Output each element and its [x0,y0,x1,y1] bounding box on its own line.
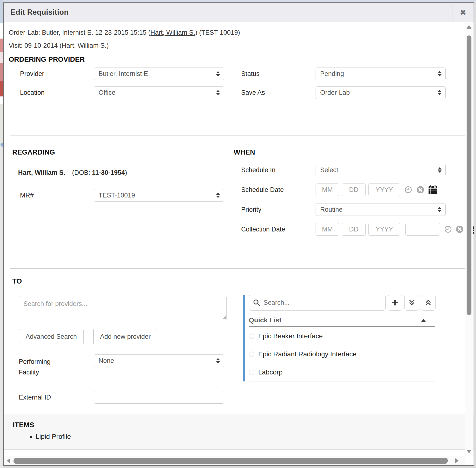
select-arrows-icon [216,71,220,76]
page-background-left [0,0,3,468]
mr-row: MR# TEST-10019 [9,189,234,202]
regarding-heading: REGARDING [12,148,234,157]
section-divider [10,135,466,136]
chevron-double-down-icon [408,299,415,306]
save-as-select[interactable]: Order-Lab [316,86,446,99]
provider-label: Provider [9,70,94,78]
quick-search-input[interactable] [263,299,382,307]
dialog-title: Edit Requisition [4,3,69,22]
schedule-date-clear-icon[interactable] [417,186,424,193]
patient-link[interactable]: Hart, William S. [150,29,195,36]
provider-search-textarea[interactable] [19,296,227,320]
quick-list-item-labcorp[interactable]: Labcorp [249,363,435,381]
to-heading: TO [12,277,234,285]
when-column: WHEN Schedule In Select Schedule Date [234,148,474,243]
select-arrows-icon [438,71,442,76]
expand-all-button[interactable] [421,295,435,310]
schedule-in-label: Schedule In [234,166,316,174]
section-divider [10,268,466,269]
patient-info-line: Hart, William S.(DOB: 11-30-1954) [18,169,234,176]
select-arrows-icon [216,358,220,363]
select-arrows-icon [216,90,220,95]
collapse-triangle-icon [421,319,426,322]
advanced-search-button[interactable]: Advanced Search [19,329,84,344]
dialog-header: Edit Requisition ✖ [4,3,474,22]
collection-date-label: Collection Date [234,226,316,233]
provider-select[interactable]: Butler, Internist E. [94,68,224,80]
vertical-scrollbar-thumb[interactable] [467,35,471,315]
location-select[interactable]: Office [94,86,224,99]
to-column: TO Advanced Search Add new provider Perf… [9,277,234,404]
quick-list-item-epic-beaker[interactable]: Epic Beaker Interface [249,327,435,345]
external-id-input[interactable] [94,391,224,404]
mr-select[interactable]: TEST-10019 [94,189,224,202]
dialog-body: Order-Lab: Butler, Internist E. 12-23-20… [4,22,474,465]
collection-date-day-input[interactable] [342,223,366,235]
scroll-right-arrow-icon[interactable] [455,458,459,463]
quick-list-column: Quick List Epic Beaker Interface Epic Ra… [234,277,474,381]
ordering-provider-form: Provider Butler, Internist E. Status Pen… [9,68,474,99]
to-section: TO Advanced Search Add new provider Perf… [9,277,474,404]
radio-unchecked-icon[interactable] [249,351,254,357]
list-item: Lipid Profile [36,433,474,441]
priority-select[interactable]: Routine [316,203,446,216]
schedule-date-calendar-icon[interactable] [428,185,437,195]
schedule-in-row: Schedule In Select [234,164,474,176]
resize-grip-icon[interactable] [222,316,226,319]
close-icon: ✖ [460,8,466,17]
visit-line: Visit: 09-10-2014 (Hart, William S.) [9,42,474,50]
close-button[interactable]: ✖ [452,3,474,22]
quick-list-item-epic-radiant[interactable]: Epic Radiant Radiology Interface [249,345,435,363]
external-id-row: External ID [9,391,234,404]
location-label: Location [9,89,94,96]
collection-date-row: Collection Date [234,223,474,235]
collection-date-year-input[interactable] [368,223,400,235]
collapse-all-button[interactable] [405,295,419,310]
regarding-when-section: REGARDING Hart, William S.(DOB: 11-30-19… [9,148,474,243]
collection-time-input[interactable] [406,223,440,235]
collection-date-clear-icon[interactable] [456,226,463,233]
horizontal-scrollbar[interactable] [4,456,465,465]
quick-list-title: Quick List [249,316,281,324]
schedule-date-day-input[interactable] [342,183,366,196]
radio-unchecked-icon[interactable] [249,334,254,339]
radio-unchecked-icon[interactable] [249,370,254,375]
collection-time-clock-icon[interactable] [445,226,452,233]
performing-facility-label: Performing Facility [9,354,94,378]
plus-icon [392,299,399,306]
scrollbar-corner [465,456,474,465]
schedule-date-year-input[interactable] [368,183,400,196]
schedule-date-row: Schedule Date [234,183,474,196]
mr-label: MR# [9,192,94,199]
items-heading: ITEMS [13,421,474,429]
priority-row: Priority Routine [234,203,474,216]
select-arrows-icon [438,167,442,173]
schedule-date-month-input[interactable] [316,183,339,196]
performing-facility-select[interactable]: None [94,354,224,367]
patient-name: Hart, William S. [18,169,65,176]
quick-list-header[interactable]: Quick List [249,316,435,327]
when-heading: WHEN [234,148,474,157]
select-arrows-icon [438,90,442,95]
horizontal-scrollbar-thumb[interactable] [14,458,448,464]
schedule-in-select[interactable]: Select [316,164,446,176]
scroll-up-arrow-icon[interactable] [466,25,472,29]
select-arrows-icon [216,193,220,198]
quick-list-panel: Quick List Epic Beaker Interface Epic Ra… [243,295,435,381]
scroll-left-arrow-icon[interactable] [7,458,10,463]
priority-label: Priority [234,206,316,213]
add-new-provider-button[interactable]: Add new provider [93,329,157,344]
edit-requisition-dialog: Edit Requisition ✖ Order-Lab: Butler, In… [3,2,474,466]
status-select[interactable]: Pending [316,68,446,80]
patient-dob: 11-30-1954 [92,169,125,176]
collection-date-month-input[interactable] [316,223,339,235]
performing-facility-row: Performing Facility None [9,354,234,378]
regarding-column: REGARDING Hart, William S.(DOB: 11-30-19… [9,148,234,202]
select-arrows-icon [438,207,442,212]
save-as-label: Save As [241,89,316,96]
vertical-scrollbar[interactable] [465,22,473,456]
scroll-down-arrow-icon[interactable] [466,450,472,453]
add-button[interactable] [388,295,402,310]
order-summary-line: Order-Lab: Butler, Internist E. 12-23-20… [9,29,474,37]
schedule-time-clock-icon[interactable] [405,186,412,193]
